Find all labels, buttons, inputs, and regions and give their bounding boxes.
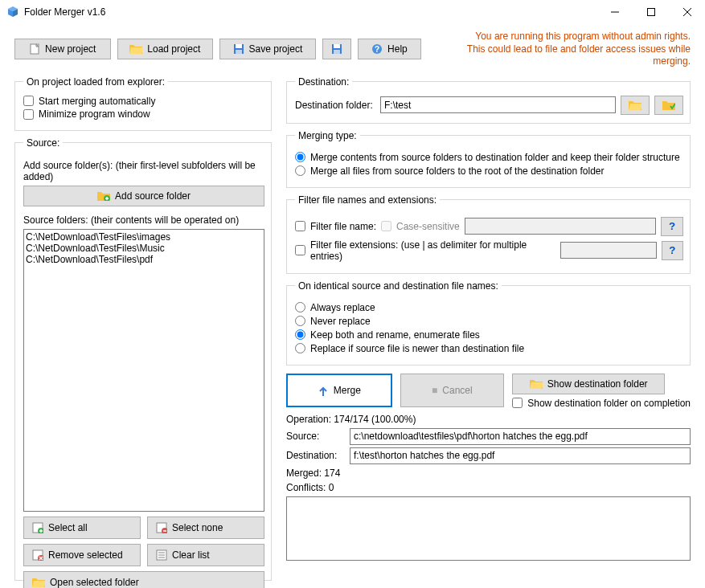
folder-add-icon bbox=[97, 191, 110, 201]
merge-button[interactable]: Merge bbox=[286, 374, 392, 407]
destination-folder-input[interactable] bbox=[380, 96, 616, 113]
source-legend: Source: bbox=[23, 137, 63, 149]
main-toolbar: New project Load project Save project ? … bbox=[0, 24, 705, 70]
folder-icon bbox=[629, 100, 641, 110]
filter-group: Filter file names and extensions: Filter… bbox=[286, 194, 691, 274]
select-all-icon bbox=[32, 522, 43, 533]
merge-keep-structure-radio[interactable]: Merge contents from source folders to de… bbox=[295, 152, 683, 163]
filter-ext-checkbox[interactable]: Filter file extensions: (use | as delimi… bbox=[295, 239, 555, 262]
confirm-destination-button[interactable] bbox=[654, 96, 683, 115]
merging-type-legend: Merging type: bbox=[295, 130, 360, 141]
save-icon bbox=[233, 43, 244, 55]
remove-selected-button[interactable]: Remove selected bbox=[23, 544, 141, 566]
svg-rect-9 bbox=[236, 44, 242, 48]
list-item[interactable]: C:\NetDownload\TestFiles\Music bbox=[26, 243, 262, 254]
svg-rect-10 bbox=[236, 50, 242, 54]
on-project-loaded-legend: On project loaded from explorer: bbox=[23, 76, 168, 88]
source-file-label: Source: bbox=[286, 431, 346, 442]
conflicts-list[interactable] bbox=[286, 496, 691, 561]
folder-open-icon bbox=[32, 578, 45, 587]
filter-filename-checkbox[interactable]: Filter file name: bbox=[295, 221, 376, 232]
svg-rect-12 bbox=[334, 44, 340, 48]
source-folders-list[interactable]: C:\NetDownload\TestFiles\imagesC:\NetDow… bbox=[23, 229, 264, 512]
list-item[interactable]: C:\NetDownload\TestFiles\pdf bbox=[26, 254, 262, 265]
folder-icon bbox=[129, 44, 142, 54]
source-group: Source: Add source folder(s): (their fir… bbox=[14, 137, 272, 581]
folder-check-icon bbox=[662, 100, 675, 110]
save-as-button[interactable] bbox=[322, 39, 351, 59]
browse-destination-button[interactable] bbox=[621, 96, 650, 115]
stop-icon: ■ bbox=[432, 385, 437, 396]
svg-rect-13 bbox=[334, 50, 340, 54]
merge-flat-radio[interactable]: Merge all files from source folders to t… bbox=[295, 165, 683, 177]
never-replace-radio[interactable]: Never replace bbox=[295, 316, 683, 327]
remove-icon bbox=[32, 549, 43, 561]
svg-text:?: ? bbox=[375, 45, 379, 54]
source-folders-label: Source folders: (their contents will be … bbox=[23, 214, 264, 226]
svg-rect-4 bbox=[647, 8, 654, 15]
clear-list-button[interactable]: Clear list bbox=[147, 544, 264, 566]
on-project-loaded-group: On project loaded from explorer: Start m… bbox=[14, 76, 272, 131]
help-icon: ? bbox=[371, 43, 383, 55]
merging-type-group: Merging type: Merge contents from source… bbox=[286, 130, 691, 188]
maximize-button[interactable] bbox=[633, 0, 669, 23]
destination-group: Destination: Destination folder: bbox=[286, 76, 691, 124]
new-project-button[interactable]: New project bbox=[14, 39, 111, 59]
start-merging-checkbox[interactable]: Start merging automatically bbox=[23, 96, 155, 107]
select-none-button[interactable]: Select none bbox=[147, 517, 264, 539]
replace-if-newer-radio[interactable]: Replace if source file is newer than des… bbox=[295, 343, 683, 354]
merged-count: Merged: 174 bbox=[286, 468, 691, 479]
keep-both-radio[interactable]: Keep both and rename, enumerate files bbox=[295, 329, 683, 341]
list-item[interactable]: C:\NetDownload\TestFiles\images bbox=[26, 231, 262, 243]
save-icon bbox=[331, 43, 342, 55]
open-selected-folder-button[interactable]: Open selected folder bbox=[23, 571, 264, 588]
destination-legend: Destination: bbox=[295, 76, 352, 88]
merge-icon bbox=[318, 385, 329, 396]
minimize-window-checkbox[interactable]: Minimize program window bbox=[23, 108, 150, 120]
dest-file-label: Destination: bbox=[286, 450, 346, 461]
operation-status: Operation: 174/174 (100.00%) bbox=[286, 414, 691, 425]
add-source-folder-button[interactable]: Add source folder bbox=[23, 186, 264, 206]
dest-file-display bbox=[350, 447, 691, 464]
case-sensitive-checkbox[interactable]: Case-sensitive bbox=[381, 221, 460, 232]
show-destination-button[interactable]: Show destination folder bbox=[512, 374, 665, 394]
load-project-button[interactable]: Load project bbox=[117, 39, 214, 59]
clear-icon bbox=[156, 549, 167, 561]
help-button[interactable]: ? Help bbox=[358, 39, 422, 59]
folder-open-icon bbox=[530, 379, 543, 389]
select-none-icon bbox=[156, 522, 167, 533]
save-project-button[interactable]: Save project bbox=[219, 39, 316, 59]
cancel-button[interactable]: ■ Cancel bbox=[400, 374, 505, 407]
conflicts-count: Conflicts: 0 bbox=[286, 482, 691, 493]
window-title: Folder Merger v1.6 bbox=[24, 6, 105, 18]
admin-warning: You are running this program without adm… bbox=[428, 31, 691, 68]
show-on-completion-checkbox[interactable]: Show destination folder on completion bbox=[512, 398, 691, 409]
filter-ext-help-button[interactable]: ? bbox=[662, 241, 683, 260]
filter-filename-help-button[interactable]: ? bbox=[661, 217, 683, 236]
title-bar: Folder Merger v1.6 bbox=[0, 0, 705, 24]
filter-legend: Filter file names and extensions: bbox=[295, 194, 440, 206]
identical-files-legend: On identical source and destination file… bbox=[295, 280, 502, 292]
filter-filename-input bbox=[465, 218, 656, 235]
select-all-button[interactable]: Select all bbox=[23, 517, 141, 539]
close-button[interactable] bbox=[669, 0, 705, 23]
identical-files-group: On identical source and destination file… bbox=[286, 280, 691, 365]
destination-folder-label: Destination folder: bbox=[295, 100, 375, 111]
add-source-label: Add source folder(s): (their first-level… bbox=[23, 160, 264, 182]
app-icon bbox=[6, 6, 19, 18]
source-file-display bbox=[350, 428, 691, 445]
filter-ext-input bbox=[560, 242, 657, 259]
minimize-button[interactable] bbox=[596, 0, 633, 23]
always-replace-radio[interactable]: Always replace bbox=[295, 302, 683, 313]
file-icon bbox=[29, 43, 40, 55]
